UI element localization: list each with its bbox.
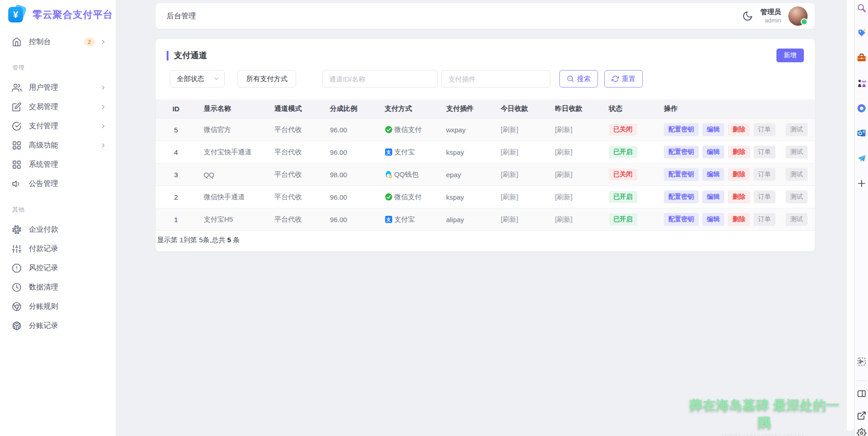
chevron-right-icon [100,38,107,45]
refresh-today-link[interactable]: [刷新] [501,170,518,178]
sidebar-item-高级功能[interactable]: 高级功能 [0,136,116,155]
edit-button[interactable]: 编辑 [702,123,724,136]
sidebar-item-交易管理[interactable]: 交易管理 [0,97,116,116]
status-select[interactable]: 全部状态 [170,70,225,87]
cell-display-name: 微信官方 [196,119,267,141]
delete-button[interactable]: 删除 [728,168,750,181]
channel-id-input[interactable] [322,70,438,87]
rail-external-link-icon[interactable] [857,411,866,420]
sidebar-item-分账规则[interactable]: 分账规则 [0,297,116,316]
configure-key-button[interactable]: 配置密钥 [664,146,699,158]
refresh-today-link[interactable]: [刷新] [501,193,518,201]
table-row: 4支付宝快手通道平台代收96.00支支付宝kspay[刷新][刷新]已开启配置密… [156,141,815,164]
rail-telegram-icon[interactable] [857,153,866,163]
rail-search-icon[interactable] [857,3,866,13]
sidebar-item-系统管理[interactable]: 系统管理 [0,155,116,174]
configure-key-button[interactable]: 配置密钥 [664,168,699,181]
refresh-yesterday-link[interactable]: [刷新] [555,215,572,223]
delete-button[interactable]: 删除 [728,146,750,158]
cell-ratio: 96.00 [323,208,377,231]
rail-chess-icon[interactable] [857,78,866,88]
refresh-yesterday-link[interactable]: [刷新] [555,170,572,178]
table-row: 3QQ平台代收98.00QQ钱包epay[刷新][刷新]已关闭配置密钥编辑删除订… [156,164,815,186]
cell-pay-method: 微信支付 [377,186,439,208]
sidebar-item-label: 数据清理 [29,283,107,292]
cell-id: 4 [156,141,196,164]
rail-outlook-icon[interactable] [857,128,866,138]
refresh-today-link[interactable]: [刷新] [501,215,518,223]
wechat-pay-icon [385,193,393,201]
rail-copilot-icon[interactable] [857,104,866,113]
order-button[interactable]: 订单 [754,213,776,226]
rail-tag-icon[interactable] [857,28,866,38]
sidebar-item-付款记录[interactable]: 付款记录 [0,239,116,258]
chevron-down-icon [213,76,220,82]
subtitle-line-1: 葬在海岛墓碑 最深处的一隅 [684,397,845,431]
column-header-昨日收款: 昨日收款 [548,99,601,119]
configure-key-button[interactable]: 配置密钥 [664,191,699,203]
cell-pay-method: 支支付宝 [377,141,439,164]
sidebar-item-控制台[interactable]: 控制台2 [0,32,116,51]
table-header-row: ID显示名称通道模式分成比例支付方式支付插件今日收款昨日收款状态操作 [156,99,815,119]
cell-id: 2 [156,186,196,208]
method-select[interactable]: 所有支付方式 [238,70,296,87]
brand-name: 零云聚合支付平台 [33,8,113,21]
sidebar-item-分账记录[interactable]: 分账记录 [0,316,116,335]
order-button[interactable]: 订单 [754,123,776,136]
order-button[interactable]: 订单 [754,168,776,181]
configure-key-button[interactable]: 配置密钥 [664,213,699,226]
sidebar-item-公告管理[interactable]: 公告管理 [0,174,116,193]
rail-plus-icon[interactable] [857,179,866,188]
scrollbar-track[interactable] [847,0,854,431]
chrome-icon [12,302,22,311]
order-button[interactable]: 订单 [754,191,776,203]
sidebar-item-风控记录[interactable]: 风控记录 [0,258,116,278]
column-header-今日收款: 今日收款 [494,99,548,119]
sidebar-item-label: 分账规则 [29,302,107,311]
edit-button[interactable]: 编辑 [702,191,724,203]
edit-button[interactable]: 编辑 [702,168,724,181]
dark-mode-toggle[interactable] [742,11,753,22]
test-button[interactable]: 测试 [786,213,808,226]
cell-channel-mode: 平台代收 [267,164,322,186]
search-button[interactable]: 搜索 [559,70,598,87]
sidebar-item-支付管理[interactable]: 支付管理 [0,116,116,136]
user-menu[interactable]: 管理员 admin [760,8,781,24]
edit-button[interactable]: 编辑 [702,213,724,226]
reset-button[interactable]: 重置 [604,70,643,87]
test-button[interactable]: 测试 [786,168,808,181]
cell-ratio: 96.00 [323,186,377,208]
table-row: 5微信官方平台代收96.00微信支付wxpay[刷新][刷新]已关闭配置密钥编辑… [156,119,815,141]
rail-snip-icon[interactable] [857,357,866,366]
sidebar-item-数据清理[interactable]: 数据清理 [0,278,116,297]
add-button[interactable]: 新增 [776,49,804,62]
refresh-yesterday-link[interactable]: [刷新] [555,193,572,201]
plugin-input[interactable] [441,70,550,87]
rail-settings-icon[interactable] [857,428,866,436]
panel-title: 支付通道 [167,51,207,60]
refresh-yesterday-link[interactable]: [刷新] [555,125,572,133]
volume-icon [12,179,22,189]
check-circle-icon [12,121,22,131]
test-button[interactable]: 测试 [786,146,808,158]
refresh-today-link[interactable]: [刷新] [501,125,518,133]
delete-button[interactable]: 删除 [728,213,750,226]
sidebar-item-label: 支付管理 [29,121,100,131]
sidebar-item-企业付款[interactable]: 企业付款 [0,220,116,239]
rail-toolbox-icon[interactable] [857,53,866,63]
rail-split-view-icon[interactable] [857,389,866,398]
delete-button[interactable]: 删除 [728,191,750,203]
cell-id: 5 [156,119,196,141]
sidebar-item-用户管理[interactable]: 用户管理 [0,78,116,97]
home-icon [12,37,22,47]
edit-button[interactable]: 编辑 [702,146,724,158]
avatar[interactable] [788,6,808,26]
refresh-today-link[interactable]: [刷新] [501,148,518,156]
test-button[interactable]: 测试 [786,191,808,203]
test-button[interactable]: 测试 [786,123,808,136]
configure-key-button[interactable]: 配置密钥 [664,123,699,136]
refresh-yesterday-link[interactable]: [刷新] [555,148,572,156]
delete-button[interactable]: 删除 [728,123,750,136]
method-select-value: 所有支付方式 [246,75,288,83]
order-button[interactable]: 订单 [754,146,776,158]
